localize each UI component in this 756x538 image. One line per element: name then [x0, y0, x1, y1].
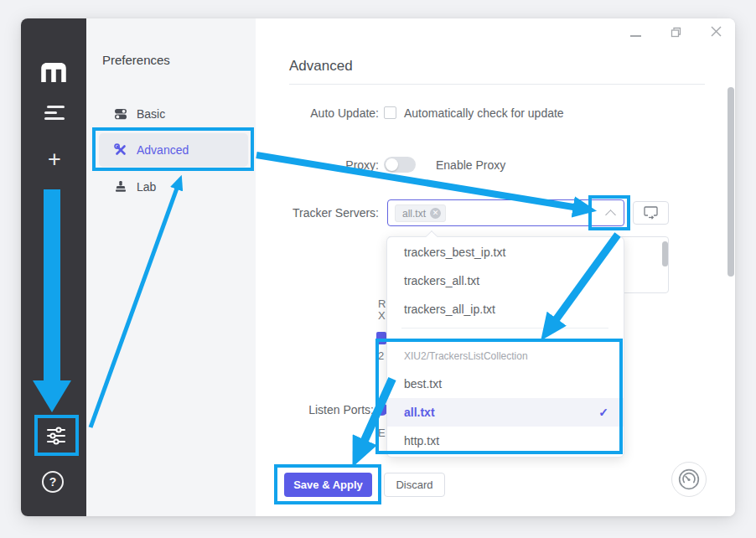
tag-remove-icon[interactable]: ✕ [430, 208, 441, 219]
nav-item-label: Advanced [137, 143, 189, 157]
app-sidebar: + ? [21, 18, 86, 516]
preferences-icon[interactable] [46, 426, 66, 446]
check-icon: ✓ [598, 398, 608, 427]
dropdown-item[interactable]: trackers_best_ip.txt [387, 238, 624, 266]
auto-update-label: Auto Update: [278, 106, 379, 120]
clipped-text: R [378, 297, 386, 310]
dropdown-divider [401, 328, 608, 328]
dropdown-item[interactable]: trackers_all_ip.txt [387, 295, 624, 323]
dropdown-group-label: XIU2/TrackersListCollection [387, 344, 624, 369]
restore-icon[interactable] [671, 27, 681, 38]
nav-item-label: Lab [137, 180, 156, 194]
close-icon[interactable] [710, 25, 722, 38]
sync-screen-icon [644, 206, 658, 220]
nav-item-basic[interactable]: Basic [99, 97, 248, 131]
page-title: Advanced [289, 58, 353, 75]
tracker-servers-label: Tracker Servers: [270, 206, 379, 220]
auto-update-checkbox[interactable] [384, 106, 396, 119]
divider [289, 84, 705, 85]
auto-update-checkbox-label[interactable]: Automatically check for update [404, 106, 564, 120]
nav-item-lab[interactable]: Lab [99, 170, 248, 204]
proxy-toggle-label: Enable Proxy [436, 158, 505, 172]
speed-gauge-button[interactable] [671, 462, 707, 497]
motrix-logo [40, 62, 67, 82]
speedometer-icon [677, 468, 701, 491]
textarea-scrollbar[interactable] [662, 241, 668, 266]
clipped-text: E [378, 427, 386, 439]
listen-ports-label: Listen Ports: [273, 403, 374, 416]
tag-label: all.txt [402, 208, 426, 220]
toggle-knob [386, 158, 398, 171]
preferences-nav: Preferences Basic Advanced [86, 18, 256, 516]
dropdown-item[interactable]: trackers_all.txt [387, 266, 624, 295]
chevron-up-icon[interactable] [605, 210, 616, 220]
clipped-checkbox [376, 332, 386, 344]
save-apply-button[interactable]: Save & Apply [284, 473, 372, 497]
selected-tracker-tag: all.txt ✕ [395, 204, 446, 222]
clipped-text: X [378, 309, 386, 322]
proxy-toggle[interactable] [384, 157, 416, 173]
proxy-label: Proxy: [278, 158, 379, 172]
tools-icon [114, 143, 127, 157]
dropdown-item[interactable]: http.txt [387, 427, 624, 455]
tracker-dropdown: trackers_best_ip.txt trackers_all.txt tr… [386, 236, 624, 458]
clipped-text: 2 [378, 349, 384, 362]
preferences-title: Preferences [102, 53, 170, 67]
nav-item-advanced[interactable]: Advanced [99, 133, 248, 167]
dropdown-item[interactable]: best.txt [387, 370, 624, 398]
stamp-icon [114, 180, 127, 194]
add-task-icon[interactable]: + [44, 148, 65, 170]
preferences-window: + ? Preferences Basic [21, 18, 735, 516]
tracker-servers-select[interactable]: all.txt ✕ [387, 199, 624, 226]
dropdown-item-label: all.txt [404, 406, 435, 419]
minimize-icon[interactable] [630, 35, 641, 37]
main-scrollbar[interactable] [728, 87, 734, 277]
nav-item-label: Basic [137, 107, 165, 121]
toggles-icon [114, 107, 127, 121]
dropdown-item-selected[interactable]: all.txt ✓ [387, 398, 624, 427]
discard-button[interactable]: Discard [384, 473, 445, 497]
sync-trackers-button[interactable] [633, 201, 669, 225]
help-icon[interactable]: ? [42, 471, 64, 493]
